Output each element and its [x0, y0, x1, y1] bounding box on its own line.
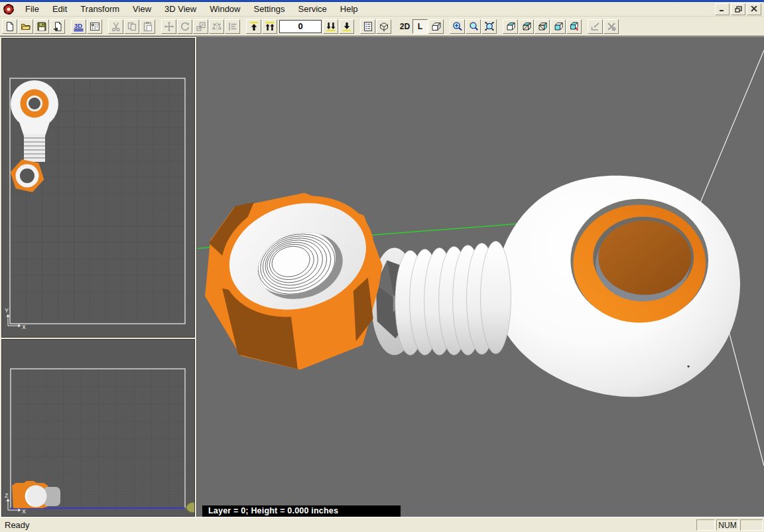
view-side-button[interactable] [535, 19, 550, 34]
menu-3d-view[interactable]: 3D View [158, 3, 203, 15]
menu-service[interactable]: Service [291, 3, 333, 15]
build-3d-button[interactable]: 3D [71, 19, 86, 34]
scale-icon [196, 21, 206, 32]
view-front-button[interactable] [550, 19, 566, 34]
threaded-stud-model [371, 241, 511, 356]
import-file-button[interactable] [50, 19, 65, 34]
view-front-cube-icon [553, 21, 564, 32]
layer-bottom-icon [326, 21, 336, 32]
paste-clipboard-icon [143, 21, 153, 32]
layer-down-button[interactable] [339, 19, 354, 34]
place-on-bed-button[interactable] [588, 19, 603, 34]
copy-button[interactable] [124, 19, 139, 34]
repair-tools-button[interactable] [604, 19, 619, 34]
scale-button[interactable] [193, 19, 208, 34]
new-file-button[interactable] [2, 19, 17, 34]
rotate-button[interactable] [177, 19, 192, 34]
save-file-button[interactable] [34, 19, 49, 34]
workspace: Y X [0, 36, 764, 517]
minimize-icon [719, 6, 726, 12]
printer-setup-button[interactable] [87, 19, 102, 34]
zoom-extents-icon [484, 21, 495, 32]
view-back-button[interactable] [519, 19, 534, 34]
application-window: File Edit Transform View 3D View Window … [0, 0, 764, 532]
view-2d-button[interactable]: 2D [397, 19, 413, 34]
num-lock-indicator: NUM [716, 519, 739, 531]
minimize-button[interactable] [715, 3, 730, 15]
layer-top-icon [265, 21, 275, 32]
cut-button[interactable] [108, 19, 123, 34]
zoom-window-button[interactable] [466, 19, 481, 34]
svg-text:Z: Z [5, 492, 9, 499]
align-icon [227, 21, 238, 32]
open-folder-icon [21, 21, 31, 32]
top-view-panel[interactable]: Y X [1, 38, 195, 338]
extruder-marker [186, 503, 194, 513]
wireframe-box-icon [379, 21, 389, 32]
view-back-cube-icon [521, 21, 532, 32]
view-top-button[interactable] [503, 19, 518, 34]
zoom-in-icon [452, 21, 463, 32]
svg-text:Y: Y [5, 307, 9, 314]
menu-settings[interactable]: Settings [247, 3, 292, 15]
front-view-canvas: Z X [2, 340, 194, 516]
main-toolbar: 3D [0, 17, 764, 37]
move-arrows-icon [164, 21, 174, 32]
menu-bar: File Edit Transform View 3D View Window … [0, 2, 764, 17]
close-icon [751, 6, 757, 12]
paste-button[interactable] [140, 19, 155, 34]
menu-window[interactable]: Window [203, 3, 247, 15]
restore-button[interactable] [731, 3, 745, 15]
svg-text:3D: 3D [74, 22, 82, 29]
perspective-view-button[interactable] [428, 19, 444, 34]
menu-transform[interactable]: Transform [74, 3, 126, 15]
status-bar: Ready NUM [0, 517, 764, 532]
layer-top-button[interactable] [262, 19, 277, 34]
hex-nut-model [205, 178, 389, 369]
layer-up-button[interactable] [246, 19, 261, 34]
new-file-icon [5, 21, 15, 32]
report-list-icon [363, 21, 373, 32]
layer-view-mode-button[interactable]: L [413, 19, 428, 34]
perspective-box-icon [431, 21, 442, 32]
svg-text:X: X [22, 324, 26, 330]
menu-help[interactable]: Help [334, 3, 365, 15]
top-view-canvas: Y X [2, 38, 194, 337]
place-on-bed-icon [590, 21, 601, 32]
mirror-icon [212, 21, 222, 32]
view-top-cube-icon [505, 21, 516, 32]
front-view-panel[interactable]: Z X [1, 339, 195, 517]
svg-text:X: X [22, 508, 26, 515]
menu-file[interactable]: File [19, 3, 46, 15]
main-3d-view[interactable]: Layer = 0; Height = 0.000 inches [196, 37, 764, 517]
window-controls [715, 3, 763, 15]
zoom-window-icon [468, 21, 479, 32]
view-isometric-button[interactable] [566, 19, 582, 34]
rod-end-model [497, 176, 740, 397]
copy-icon [127, 21, 137, 32]
mirror-button[interactable] [209, 19, 224, 34]
rotate-icon [180, 21, 190, 32]
status-message: Ready [0, 520, 696, 530]
move-button[interactable] [161, 19, 176, 34]
open-file-button[interactable] [18, 19, 33, 34]
layer-bottom-button[interactable] [323, 19, 338, 34]
app-logo-icon[interactable] [3, 4, 14, 15]
main-3d-canvas [197, 38, 764, 517]
layer-view-label: L [418, 22, 422, 31]
build-report-button[interactable] [360, 19, 375, 34]
layer-up-icon [249, 21, 259, 32]
repair-tools-icon [606, 21, 617, 32]
layer-down-icon [342, 21, 352, 32]
menu-edit[interactable]: Edit [46, 3, 74, 15]
menu-view[interactable]: View [126, 3, 158, 15]
view-rotate-cube-icon [569, 21, 580, 32]
zoom-extents-button[interactable] [481, 19, 497, 34]
layer-number-input[interactable] [279, 20, 322, 33]
status-pane-3 [740, 519, 763, 531]
close-button[interactable] [747, 3, 761, 15]
wireframe-view-button[interactable] [376, 19, 391, 34]
align-button[interactable] [225, 19, 240, 34]
view-side-cube-icon [537, 21, 548, 32]
zoom-in-button[interactable] [450, 19, 465, 34]
